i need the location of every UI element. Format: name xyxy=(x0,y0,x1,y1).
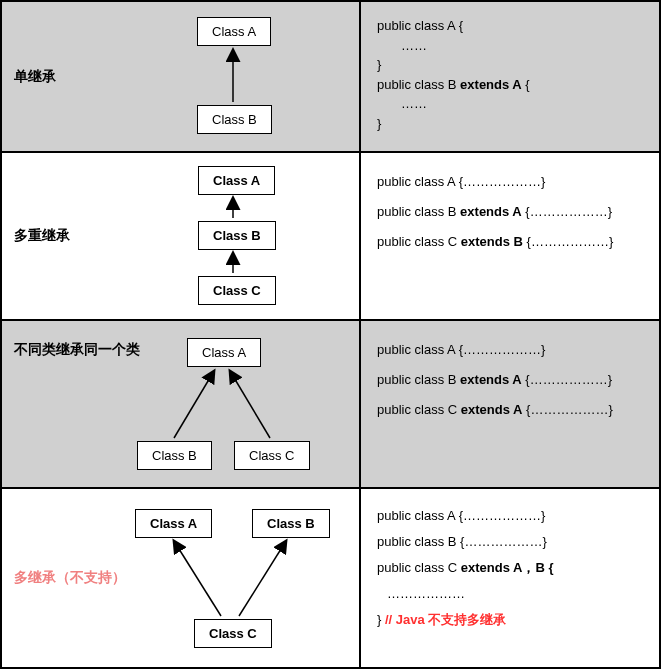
code-line: } // Java 不支持多继承 xyxy=(377,607,643,633)
code-cell: public class A { …… } public class B ext… xyxy=(361,2,659,151)
code-line: public class B extends A {………………} xyxy=(377,365,643,395)
code-line: …… xyxy=(377,36,643,56)
code-line: public class A {………………} xyxy=(377,503,643,529)
code-cell: public class A {………………} public class B e… xyxy=(361,321,659,487)
class-b-box: Class B xyxy=(137,441,212,470)
row-multilevel-inheritance: 多重继承 Class A Class B Class C public clas… xyxy=(2,153,659,321)
code-line: public class B extends A { xyxy=(377,75,643,95)
code-line: …… xyxy=(377,94,643,114)
class-c-box: Class C xyxy=(234,441,310,470)
class-b-box: Class B xyxy=(197,105,272,134)
code-cell: public class A {………………} public class B {… xyxy=(361,489,659,667)
row-hierarchical-inheritance: 不同类继承同一个类 Class A Class B Class C public… xyxy=(2,321,659,489)
code-line: } xyxy=(377,114,643,134)
code-block: public class A {………………} public class B e… xyxy=(377,335,643,425)
code-line: public class A { xyxy=(377,16,643,36)
svg-line-5 xyxy=(174,541,221,616)
code-line: ……………… xyxy=(377,581,643,607)
code-block: public class A {………………} public class B e… xyxy=(377,167,643,257)
diagram-cell: 多重继承 Class A Class B Class C xyxy=(2,153,361,319)
class-b-box: Class B xyxy=(198,221,276,250)
code-line: public class C extends A，B { xyxy=(377,555,643,581)
diagram: Class A Class B Class C xyxy=(2,489,359,667)
code-line: public class C extends B {………………} xyxy=(377,227,643,257)
diagram-cell: 单继承 Class A Class B xyxy=(2,2,361,151)
code-cell: public class A {………………} public class B e… xyxy=(361,153,659,319)
code-line: public class B extends A {………………} xyxy=(377,197,643,227)
svg-line-4 xyxy=(230,371,270,438)
code-line: } xyxy=(377,55,643,75)
arrow-svg xyxy=(2,2,359,151)
diagram-cell: 多继承（不支持） Class A Class B Class C xyxy=(2,489,361,667)
row-single-inheritance: 单继承 Class A Class B public class A { …… … xyxy=(2,2,659,153)
diagram: Class A Class B Class C xyxy=(2,321,359,487)
class-b-box: Class B xyxy=(252,509,330,538)
class-a-box: Class A xyxy=(198,166,275,195)
class-c-box: Class C xyxy=(194,619,272,648)
code-line: public class B {………………} xyxy=(377,529,643,555)
code-block: public class A {………………} public class B {… xyxy=(377,503,643,633)
diagram: Class A Class B Class C xyxy=(2,153,359,319)
code-line: public class C extends A {………………} xyxy=(377,395,643,425)
diagram-cell: 不同类继承同一个类 Class A Class B Class C xyxy=(2,321,361,487)
diagram: Class A Class B xyxy=(2,2,359,151)
svg-line-3 xyxy=(174,371,214,438)
code-line: public class A {………………} xyxy=(377,167,643,197)
class-c-box: Class C xyxy=(198,276,276,305)
class-a-box: Class A xyxy=(135,509,212,538)
code-line: public class A {………………} xyxy=(377,335,643,365)
arrow-svg xyxy=(2,153,359,319)
class-a-box: Class A xyxy=(197,17,271,46)
svg-line-6 xyxy=(239,541,286,616)
class-a-box: Class A xyxy=(187,338,261,367)
inheritance-diagram-table: 单继承 Class A Class B public class A { …… … xyxy=(0,0,661,669)
code-block: public class A { …… } public class B ext… xyxy=(377,16,643,133)
row-multiple-inheritance: 多继承（不支持） Class A Class B Class C public … xyxy=(2,489,659,667)
